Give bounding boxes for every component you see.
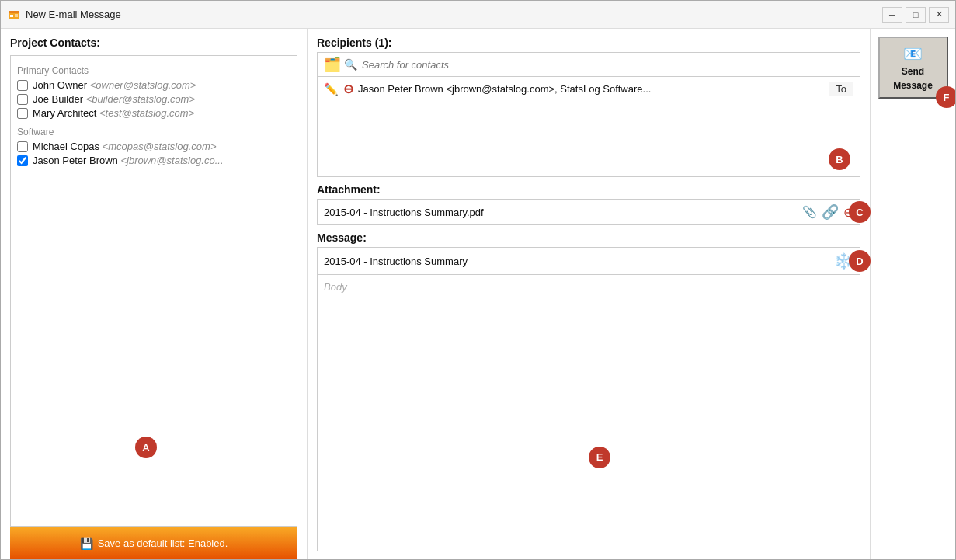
floppy-icon: 💾 bbox=[80, 537, 93, 550]
contact-item-michael: Michael Copas <mcopas@statslog.com> bbox=[17, 141, 290, 152]
contact-checkbox-michael[interactable] bbox=[17, 141, 28, 152]
label-e-badge: E bbox=[589, 447, 610, 468]
maximize-button[interactable]: □ bbox=[906, 7, 926, 23]
minimize-button[interactable]: ─ bbox=[882, 7, 902, 23]
attachment-filename: 2015-04 - Instructions Summary.pdf bbox=[324, 207, 796, 218]
recipient-row: ✏️ ⊖ Jason Peter Brown <jbrown@statslog.… bbox=[324, 82, 853, 96]
search-input[interactable] bbox=[362, 59, 853, 71]
message-body-area[interactable]: Body E bbox=[317, 274, 860, 551]
recipient-text: Jason Peter Brown <jbrown@statslog.com>,… bbox=[358, 83, 824, 95]
title-bar: New E-mail Message ─ □ ✕ bbox=[1, 1, 955, 29]
save-default-label: Save as default list: Enabled. bbox=[98, 537, 228, 549]
attachment-section: Attachment: 2015-04 - Instructions Summa… bbox=[317, 183, 860, 225]
remove-recipient-icon[interactable]: ⊖ bbox=[343, 82, 353, 96]
svg-rect-2 bbox=[10, 15, 13, 17]
recipients-title: Recipients (1): bbox=[317, 37, 860, 49]
send-button-label-line2: Message bbox=[893, 80, 933, 91]
body-placeholder: Body bbox=[324, 281, 347, 293]
contact-checkbox-joe[interactable] bbox=[17, 94, 28, 105]
search-bar: 🗂️ 🔍 bbox=[317, 52, 860, 76]
recipients-section: Recipients (1): 🗂️ 🔍 ✏️ bbox=[317, 37, 860, 177]
contact-item-john: John Owner <owner@statslog.com> bbox=[17, 79, 290, 91]
recipients-list: ✏️ ⊖ Jason Peter Brown <jbrown@statslog.… bbox=[317, 76, 860, 177]
attachment-icons: 📎 🔗 ⊖ bbox=[802, 203, 853, 221]
main-content: Project Contacts: Primary Contacts John … bbox=[1, 29, 955, 559]
left-panel: Project Contacts: Primary Contacts John … bbox=[1, 29, 308, 559]
window-title: New E-mail Message bbox=[26, 9, 882, 20]
svg-rect-1 bbox=[9, 11, 19, 13]
contact-item-mary: Mary Architect <test@statslog.com> bbox=[17, 107, 290, 119]
contact-checkbox-john[interactable] bbox=[17, 80, 28, 91]
paperclip-icon[interactable]: 📎 bbox=[802, 205, 817, 219]
contacts-section-title: Project Contacts: bbox=[10, 37, 297, 49]
window-icon bbox=[7, 8, 21, 22]
right-panel: Recipients (1): 🗂️ 🔍 ✏️ bbox=[308, 29, 870, 559]
send-button-label-line1: Send bbox=[902, 66, 924, 77]
label-a-badge: A bbox=[135, 437, 157, 458]
link-icon[interactable]: 🔗 bbox=[822, 203, 839, 221]
contact-label-john: John Owner <owner@statslog.com> bbox=[33, 79, 196, 91]
remove-attachment-icon[interactable]: ⊖ bbox=[843, 205, 853, 220]
contacts-box: Primary Contacts John Owner <owner@stats… bbox=[10, 55, 297, 527]
attachment-title: Attachment: bbox=[317, 183, 860, 196]
message-subject: 2015-04 - Instructions Summary bbox=[324, 256, 829, 267]
contact-label-jason: Jason Peter Brown <jbrown@statslog.co... bbox=[33, 155, 224, 166]
email-compose-window: New E-mail Message ─ □ ✕ Project Contact… bbox=[0, 0, 956, 560]
contact-checkbox-jason[interactable] bbox=[17, 155, 28, 166]
contacts-add-icon[interactable]: 🗂️ bbox=[324, 56, 341, 73]
attachment-row: 2015-04 - Instructions Summary.pdf 📎 🔗 ⊖… bbox=[317, 199, 860, 225]
window-controls: ─ □ ✕ bbox=[882, 7, 949, 23]
to-badge: To bbox=[829, 82, 853, 96]
close-button[interactable]: ✕ bbox=[929, 7, 949, 23]
save-default-button[interactable]: 💾 Save as default list: Enabled. bbox=[10, 527, 297, 559]
label-f-badge: F bbox=[936, 86, 956, 108]
contact-label-michael: Michael Copas <mcopas@statslog.com> bbox=[33, 141, 216, 152]
search-icons: 🗂️ 🔍 bbox=[324, 56, 357, 73]
contact-checkbox-mary[interactable] bbox=[17, 108, 28, 119]
label-b-badge: B bbox=[829, 148, 850, 170]
edit-recipient-icon[interactable]: ✏️ bbox=[324, 82, 339, 96]
magnifier-icon[interactable]: 🔍 bbox=[344, 58, 357, 71]
send-panel: 📧 Send Message F bbox=[870, 29, 955, 559]
message-title: Message: bbox=[317, 231, 860, 244]
contact-item-jason: Jason Peter Brown <jbrown@statslog.co... bbox=[17, 155, 290, 166]
group-label-software: Software bbox=[17, 127, 290, 137]
send-message-button[interactable]: 📧 Send Message F bbox=[878, 37, 948, 99]
contact-label-mary: Mary Architect <test@statslog.com> bbox=[33, 107, 194, 119]
message-subject-row: 2015-04 - Instructions Summary ❄️ D bbox=[317, 247, 860, 274]
snowflake-icon[interactable]: ❄️ bbox=[834, 252, 853, 270]
send-icon: 📧 bbox=[903, 44, 923, 63]
group-label-primary: Primary Contacts bbox=[17, 65, 290, 76]
message-section: Message: 2015-04 - Instructions Summary … bbox=[317, 231, 860, 551]
contact-item-joe: Joe Builder <builder@statslog.com> bbox=[17, 93, 290, 105]
contact-label-joe: Joe Builder <builder@statslog.com> bbox=[33, 93, 195, 105]
